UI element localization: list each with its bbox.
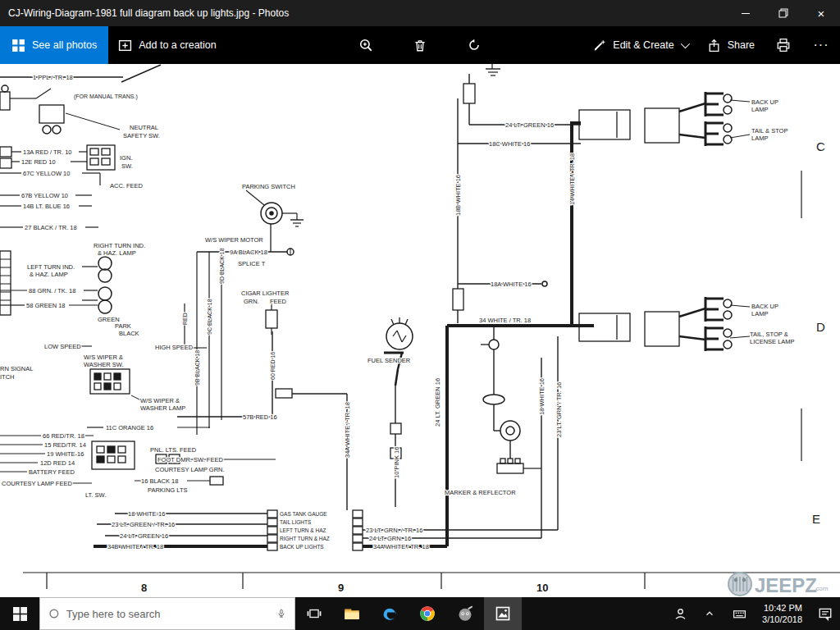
- svg-text:COURTESY LAMP GRN.: COURTESY LAMP GRN.: [155, 466, 225, 473]
- windows-taskbar: 10:42 PM 3/10/2018: [0, 597, 840, 630]
- svg-text:NEUTRAL: NEUTRAL: [130, 124, 158, 131]
- svg-text:LOW SPEED: LOW SPEED: [44, 343, 81, 350]
- more-options-button[interactable]: ···: [802, 26, 840, 64]
- svg-text:23 LT. GREEN / TR. 16: 23 LT. GREEN / TR. 16: [112, 521, 175, 528]
- touch-keyboard-button[interactable]: [724, 597, 754, 630]
- file-explorer-icon: [344, 605, 360, 622]
- taskbar-search[interactable]: [39, 597, 295, 630]
- svg-text:CIGAR LIGHTER: CIGAR LIGHTER: [241, 290, 290, 297]
- microphone-icon[interactable]: [276, 607, 286, 620]
- svg-text:24 LT. GREEN 16: 24 LT. GREEN 16: [120, 532, 168, 540]
- window-title: CJ-Wiring-Diagram-1981 full diagram back…: [0, 7, 289, 19]
- search-input[interactable]: [66, 608, 270, 620]
- file-explorer-button[interactable]: [333, 597, 371, 630]
- title-bar: CJ-Wiring-Diagram-1981 full diagram back…: [0, 0, 840, 26]
- svg-text:18 WHITE-16: 18 WHITE-16: [128, 510, 165, 518]
- svg-text:SAFETY SW.: SAFETY SW.: [123, 132, 160, 139]
- cortana-icon: [48, 607, 60, 620]
- svg-text:8: 8: [141, 582, 147, 594]
- svg-text:RIGHT TURN & HAZ: RIGHT TURN & HAZ: [280, 536, 330, 541]
- trash-icon: [413, 38, 427, 52]
- action-center-button[interactable]: [810, 597, 840, 630]
- edge-button[interactable]: [371, 597, 409, 630]
- svg-text:W/S WIPER &: W/S WIPER &: [84, 354, 123, 361]
- svg-text:60 RED 16: 60 RED 16: [270, 352, 276, 380]
- svg-text:TAIL, STOP &: TAIL, STOP &: [750, 331, 788, 338]
- svg-text:9B BLACK 18: 9B BLACK 18: [194, 350, 200, 386]
- svg-text:34B WHITE / TR. 18: 34B WHITE / TR. 18: [107, 543, 163, 550]
- svg-text:MARKER & REFLECTOR: MARKER & REFLECTOR: [445, 489, 516, 496]
- svg-text:BACK UP: BACK UP: [751, 98, 778, 106]
- show-hidden-icons-button[interactable]: [695, 597, 724, 630]
- photo-grid-icon: [11, 39, 25, 52]
- clock-date: 3/10/2018: [762, 614, 802, 625]
- svg-text:34 WHITE / TR. 18: 34 WHITE / TR. 18: [479, 317, 531, 324]
- svg-text:PARKING LTS: PARKING LTS: [148, 486, 187, 494]
- zoom-button[interactable]: [347, 26, 385, 64]
- svg-text:19 WHITE-16: 19 WHITE-16: [47, 450, 84, 458]
- svg-text:COURTESY LAMP FEED: COURTESY LAMP FEED: [2, 480, 72, 487]
- svg-text:27 BLACK / TR. 18: 27 BLACK / TR. 18: [25, 224, 77, 231]
- restore-icon: [778, 7, 789, 19]
- svg-text:18C WHITE 16: 18C WHITE 16: [489, 140, 530, 148]
- svg-text:58 GREEN 18: 58 GREEN 18: [26, 302, 66, 309]
- toolbar-right-group: Edit & Create Share: [582, 26, 840, 64]
- svg-text:FUEL SENDER: FUEL SENDER: [368, 357, 411, 364]
- app-gimp-button[interactable]: [446, 597, 484, 630]
- svg-text:9: 9: [338, 582, 344, 594]
- svg-text:(FOR MANUAL TRANS.): (FOR MANUAL TRANS.): [74, 94, 138, 100]
- svg-text:1 PPL / TR. 18: 1 PPL / TR. 18: [33, 74, 73, 81]
- share-button[interactable]: Share: [697, 26, 765, 64]
- task-view-button[interactable]: [295, 597, 333, 630]
- svg-text:66 RED/TR. 18: 66 RED/TR. 18: [43, 432, 84, 440]
- share-label: Share: [728, 39, 755, 51]
- share-icon: [707, 39, 721, 52]
- restore-button[interactable]: [765, 0, 802, 26]
- people-button[interactable]: [665, 597, 695, 630]
- toolbar-center-group: [347, 26, 493, 64]
- svg-text:67C YELLOW 10: 67C YELLOW 10: [23, 170, 70, 177]
- svg-text:12D RED 14: 12D RED 14: [40, 459, 75, 467]
- svg-text:TAIL LIGHTS: TAIL LIGHTS: [280, 519, 312, 525]
- chrome-icon: [419, 605, 436, 622]
- print-button[interactable]: [765, 26, 802, 64]
- delete-button[interactable]: [401, 26, 439, 64]
- add-to-creation-button[interactable]: Add to a creation: [108, 26, 226, 64]
- start-button[interactable]: [0, 597, 39, 630]
- svg-text:& HAZ. LAMP: & HAZ. LAMP: [30, 271, 68, 278]
- svg-text:10 PINK 16: 10 PINK 16: [393, 447, 400, 478]
- minimize-button[interactable]: [727, 0, 765, 26]
- zoom-icon: [358, 38, 373, 52]
- app-gimp-icon: [457, 605, 473, 622]
- svg-text:IGN.: IGN.: [120, 154, 132, 162]
- svg-text:23 LT. GRN. / TR. 16: 23 LT. GRN. / TR. 16: [366, 527, 422, 534]
- svg-text:RED: RED: [182, 313, 188, 325]
- svg-text:BACK UP LIGHTS: BACK UP LIGHTS: [280, 544, 324, 550]
- people-icon: [673, 607, 687, 621]
- svg-text:12E RED 10: 12E RED 10: [21, 158, 56, 166]
- svg-text:14B LT. BLUE 16: 14B LT. BLUE 16: [23, 203, 70, 210]
- see-all-photos-button[interactable]: See all photos: [0, 26, 108, 64]
- rotate-button[interactable]: [455, 26, 493, 64]
- chrome-button[interactable]: [409, 597, 446, 630]
- svg-text:GAS TANK GAUGE: GAS TANK GAUGE: [280, 511, 327, 517]
- taskbar-clock[interactable]: 10:42 PM 3/10/2018: [754, 597, 810, 630]
- svg-text:11C ORANGE 16: 11C ORANGE 16: [106, 424, 153, 431]
- svg-text:WASHER SW.: WASHER SW.: [84, 361, 123, 368]
- edit-create-button[interactable]: Edit & Create: [582, 26, 696, 64]
- svg-text:PARK: PARK: [115, 322, 131, 330]
- svg-text:10: 10: [536, 582, 548, 594]
- svg-text:HIGH SPEED: HIGH SPEED: [155, 344, 194, 351]
- add-to-creation-icon: [118, 39, 132, 52]
- svg-text:9A BLACK 18: 9A BLACK 18: [230, 249, 267, 256]
- svg-text:67B YELLOW 10: 67B YELLOW 10: [21, 192, 68, 199]
- close-button[interactable]: ×: [802, 0, 840, 26]
- svg-text:C: C: [816, 139, 825, 153]
- svg-text:WASHER LAMP: WASHER LAMP: [140, 404, 185, 412]
- svg-text:34A WHITE / TR. 18: 34A WHITE / TR. 18: [344, 402, 351, 458]
- see-all-photos-label: See all photos: [32, 39, 97, 51]
- svg-text:.com: .com: [814, 585, 829, 592]
- photos-app-button[interactable]: [484, 597, 522, 630]
- svg-text:W/S WIPER MOTOR: W/S WIPER MOTOR: [205, 236, 263, 244]
- minimize-icon: [742, 13, 750, 14]
